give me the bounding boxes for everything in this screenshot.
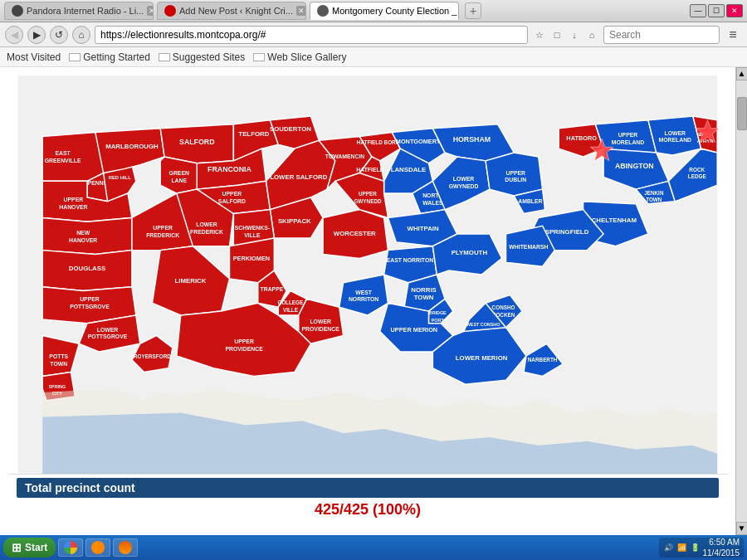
getting-started-icon — [69, 53, 81, 61]
suggested-icon — [159, 53, 170, 61]
svg-text:POTTS: POTTS — [49, 353, 68, 359]
maximize-button[interactable]: ☐ — [708, 4, 725, 17]
svg-text:ABINGTON: ABINGTON — [615, 162, 654, 170]
svg-text:SOUDERTON: SOUDERTON — [270, 125, 311, 133]
svg-text:FRANCONIA: FRANCONIA — [208, 165, 251, 173]
svg-text:DOUGLASS: DOUGLASS — [69, 265, 105, 272]
svg-text:SALFORD: SALFORD — [179, 138, 215, 146]
svg-text:WEST CONSHO: WEST CONSHO — [466, 322, 500, 327]
new-tab-button[interactable]: + — [465, 2, 481, 19]
precinct-count: 425/425 (100%) — [17, 501, 719, 519]
svg-text:PORT: PORT — [432, 318, 445, 323]
svg-text:LIMERICK: LIMERICK — [175, 277, 207, 285]
svg-text:MORELAND: MORELAND — [659, 137, 692, 143]
pandora-tab-close[interactable]: ✕ — [147, 6, 154, 16]
download-icon[interactable]: ↓ — [567, 27, 582, 42]
pandora-tab-label: Pandora Internet Radio - Li... — [27, 6, 144, 16]
taskbar-chrome[interactable] — [58, 538, 83, 557]
bookmarks-bar: Most Visited Getting Started Suggested S… — [0, 47, 747, 67]
svg-text:ROYERSFORD: ROYERSFORD — [134, 353, 171, 359]
svg-text:MORELAND: MORELAND — [612, 139, 645, 145]
address-icons: ☆ □ ↓ ⌂ — [532, 27, 599, 42]
svg-text:TELFORD: TELFORD — [238, 130, 269, 138]
svg-text:UPPER: UPPER — [80, 296, 100, 302]
taskbar-firefox[interactable] — [113, 538, 138, 557]
svg-text:UPPER: UPPER — [359, 191, 377, 197]
svg-text:NARBERTH: NARBERTH — [528, 357, 558, 363]
svg-text:PLYMOUTH: PLYMOUTH — [452, 249, 488, 256]
svg-text:COLLEGE: COLLEGE — [278, 299, 304, 305]
reload-button[interactable]: ↺ — [50, 26, 68, 44]
svg-text:FREDERICK: FREDERICK — [146, 232, 179, 238]
pandora-tab-icon — [12, 5, 23, 17]
svg-text:UPPER: UPPER — [618, 132, 638, 138]
svg-text:WALES: WALES — [422, 200, 443, 206]
svg-text:POTTSGROVE: POTTSGROVE — [70, 304, 110, 309]
svg-text:DUBLIN: DUBLIN — [505, 177, 526, 183]
minimize-button[interactable]: — — [690, 4, 706, 17]
window-controls: — ☐ ✕ — [690, 4, 743, 17]
menu-button[interactable]: ≡ — [724, 26, 742, 44]
svg-text:HANOVER: HANOVER — [59, 204, 87, 210]
windows-icon: ⊞ — [12, 541, 22, 554]
svg-text:WEST: WEST — [355, 290, 373, 295]
svg-text:FREDERICK: FREDERICK — [190, 229, 223, 235]
svg-text:LOWER: LOWER — [196, 222, 217, 227]
precinct-header: Total precinct count — [17, 478, 719, 498]
taskbar-vlc[interactable] — [85, 538, 110, 557]
svg-text:BRIDGE: BRIDGE — [429, 310, 447, 315]
tab-knight[interactable]: Add New Post ‹ Knight Cri... ✕ — [157, 2, 306, 20]
search-input[interactable] — [603, 26, 720, 44]
vlc-icon — [91, 541, 105, 554]
svg-text:TOWN: TOWN — [414, 294, 434, 301]
svg-text:TOWN: TOWN — [646, 197, 662, 202]
getting-started-label: Getting Started — [83, 51, 150, 63]
montgomery-tab-icon — [317, 5, 329, 17]
svg-text:PROVIDENCE: PROVIDENCE — [302, 326, 340, 332]
home-button[interactable]: ⌂ — [72, 26, 90, 44]
svg-text:SPRINGFIELD: SPRINGFIELD — [545, 228, 589, 236]
info-bar: Total precinct count 425/425 (100%) — [8, 474, 727, 520]
svg-text:SPRING: SPRING — [48, 384, 66, 389]
close-button[interactable]: ✕ — [726, 4, 743, 17]
bookmark-most-visited[interactable]: Most Visited — [7, 51, 61, 63]
svg-text:LOWER: LOWER — [97, 327, 119, 333]
web-slice-icon — [253, 53, 265, 61]
scroll-up-arrow[interactable]: ▲ — [736, 67, 748, 80]
svg-text:RED HILL: RED HILL — [109, 175, 131, 180]
svg-text:ROCK: ROCK — [689, 167, 705, 173]
svg-text:NEW: NEW — [76, 230, 90, 236]
bookmark-getting-started[interactable]: Getting Started — [69, 51, 150, 63]
svg-text:LOWER MERION: LOWER MERION — [456, 354, 508, 362]
scrollbar-right[interactable]: ▲ ▼ — [735, 67, 747, 535]
svg-text:AMBLER: AMBLER — [518, 198, 542, 204]
svg-text:CHELTENHAM: CHELTENHAM — [592, 217, 637, 224]
start-button[interactable]: ⊞ Start — [3, 538, 56, 558]
title-bar: Pandora Internet Radio - Li... ✕ Add New… — [0, 0, 747, 22]
firefox-icon — [119, 541, 132, 554]
knight-tab-close[interactable]: ✕ — [296, 6, 306, 16]
bookmark-suggested[interactable]: Suggested Sites — [159, 51, 245, 63]
forward-button[interactable]: ▶ — [27, 26, 46, 44]
svg-text:SCHWENKS-: SCHWENKS- — [235, 225, 270, 231]
svg-text:JENKIN: JENKIN — [644, 190, 664, 196]
back-button[interactable]: ◀ — [5, 26, 23, 44]
scroll-track[interactable] — [736, 80, 747, 522]
home-nav-icon[interactable]: ⌂ — [584, 27, 599, 42]
scroll-down-arrow[interactable]: ▼ — [736, 522, 748, 535]
election-map: EAST GREENVILLE PENNSBURG RED HILL MARLB… — [8, 75, 727, 474]
url-input[interactable] — [95, 26, 528, 44]
tab-pandora[interactable]: Pandora Internet Radio - Li... ✕ — [4, 2, 154, 20]
svg-text:LANSDALE: LANSDALE — [391, 166, 427, 173]
tab-montgomery[interactable]: Montgomery County Election _ ✕ — [310, 2, 459, 20]
bookmark-web-slice[interactable]: Web Slice Gallery — [253, 51, 346, 63]
svg-text:NORRIS: NORRIS — [411, 286, 436, 294]
svg-text:LANE: LANE — [171, 178, 187, 183]
bookmark-star-icon[interactable]: ☆ — [532, 27, 547, 42]
web-slice-label: Web Slice Gallery — [267, 51, 346, 63]
scroll-thumb[interactable] — [737, 97, 747, 130]
reader-icon[interactable]: □ — [549, 27, 564, 42]
svg-text:HATFIELD BORO: HATFIELD BORO — [357, 139, 400, 145]
svg-text:SKIPPACK: SKIPPACK — [278, 217, 311, 225]
svg-text:LOWER: LOWER — [310, 319, 331, 324]
